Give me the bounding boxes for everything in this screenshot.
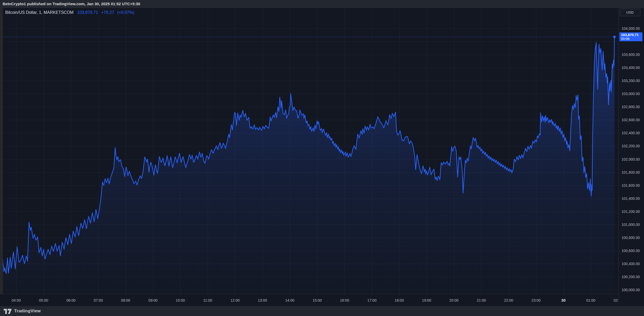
- time-axis-tick: [126, 294, 126, 296]
- price-axis-label: 103,400.00: [622, 66, 640, 70]
- chart-left-edge-band: [0, 8, 3, 306]
- price-axis-label: 102,400.00: [622, 131, 640, 135]
- time-axis-label: 05:00: [39, 298, 48, 303]
- symbol-quote: 103,870.71 +70.27 (+0.07%): [77, 10, 134, 15]
- current-price-badge: 103,870.71 00:06: [619, 32, 642, 41]
- time-axis-label: 17:00: [367, 298, 376, 303]
- time-axis-tick: [345, 294, 345, 296]
- price-axis-label: 101,800.00: [622, 170, 640, 174]
- time-axis-label: 12:00: [230, 298, 240, 303]
- attribution-bar: BeInCrypto1 published on TradingView.com…: [0, 0, 644, 8]
- time-axis-label: 15:00: [312, 298, 322, 303]
- time-axis-tick: [618, 294, 618, 296]
- time-axis-tick: [290, 294, 290, 296]
- time-axis-label: 01:00: [586, 298, 595, 303]
- price-axis[interactable]: 103,870.71 00:06 100,000.00100,200.00100…: [619, 8, 644, 306]
- time-axis-label: 07:00: [94, 298, 103, 303]
- time-axis-label: 23:00: [531, 298, 541, 303]
- time-axis-tick: [454, 294, 454, 296]
- price-axis-label: 100,800.00: [622, 236, 640, 240]
- last-price: 103,870.71: [77, 10, 98, 15]
- tradingview-logo-icon: [3, 307, 12, 315]
- current-price-value: 103,870.71: [621, 33, 641, 37]
- time-axis-label: 18:00: [395, 298, 404, 303]
- price-axis-label: 102,600.00: [622, 118, 640, 122]
- price-axis-label: 102,200.00: [622, 144, 640, 148]
- footer-strip: TradingView: [0, 306, 644, 316]
- time-axis-tick: [317, 294, 317, 296]
- time-axis-label: 20:00: [449, 298, 459, 303]
- time-axis-tick: [153, 294, 153, 296]
- time-axis-label: 16:00: [340, 298, 349, 303]
- currency-button[interactable]: USD: [620, 9, 640, 16]
- time-axis-label: 10:00: [176, 298, 185, 303]
- price-change-pct: (+0.07%): [117, 10, 134, 15]
- tradingview-logo[interactable]: TradingView: [3, 307, 41, 315]
- time-axis-label: 14:00: [285, 298, 294, 303]
- price-axis-label: 102,000.00: [622, 157, 640, 161]
- time-axis-day-marker: 30: [561, 298, 566, 303]
- time-axis-tick: [263, 294, 263, 296]
- price-axis-label: 104,000.00: [622, 26, 640, 31]
- price-axis-label: 103,600.00: [622, 52, 640, 57]
- time-axis-label: 09:00: [148, 298, 158, 303]
- time-axis-tick: [180, 294, 181, 296]
- attribution-text: BeInCrypto1 published on TradingView.com…: [3, 0, 140, 8]
- time-axis-label: 21:00: [477, 298, 486, 303]
- time-axis-tick: [564, 294, 564, 296]
- time-axis-label: 02:00: [613, 298, 619, 303]
- price-axis-label: 100,600.00: [622, 249, 640, 253]
- time-axis-tick: [71, 294, 71, 296]
- current-price-dot: [613, 36, 616, 38]
- price-chart[interactable]: [0, 0, 644, 316]
- time-axis-tick: [427, 294, 427, 296]
- time-axis-label: 13:00: [258, 298, 267, 303]
- time-axis-tick: [98, 294, 98, 296]
- price-axis-label: 102,800.00: [622, 105, 640, 109]
- tradingview-logo-text: TradingView: [14, 308, 41, 314]
- time-axis-label: 22:00: [504, 298, 513, 303]
- price-axis-label: 101,200.00: [622, 209, 640, 214]
- time-axis-tick: [481, 294, 481, 296]
- time-axis-label: 04:00: [11, 298, 21, 303]
- price-axis-label: 101,400.00: [622, 196, 640, 201]
- time-axis-tick: [208, 294, 208, 296]
- time-axis[interactable]: 04:0005:0006:0007:0008:0009:0010:0011:00…: [0, 294, 619, 306]
- time-axis-tick: [509, 294, 509, 296]
- time-axis-tick: [235, 294, 235, 296]
- time-axis-label: 19:00: [422, 298, 431, 303]
- time-axis-label: 06:00: [66, 298, 76, 303]
- price-axis-label: 101,600.00: [622, 183, 640, 188]
- time-axis-label: 08:00: [121, 298, 130, 303]
- price-change: +70.27: [101, 10, 114, 15]
- price-axis-label: 100,000.00: [622, 288, 640, 292]
- time-axis-tick: [591, 294, 591, 296]
- price-axis-label: 100,200.00: [622, 275, 640, 279]
- price-axis-label: 101,000.00: [622, 223, 640, 227]
- time-axis-tick: [399, 294, 399, 296]
- price-axis-label: 103,000.00: [622, 92, 640, 96]
- bar-countdown: 00:06: [621, 37, 641, 41]
- time-axis-tick: [44, 294, 44, 296]
- time-axis-tick: [536, 294, 536, 296]
- time-axis-tick: [372, 294, 372, 296]
- time-axis-tick: [16, 294, 16, 296]
- price-axis-label: 103,200.00: [622, 79, 640, 83]
- plot-area[interactable]: [0, 8, 619, 294]
- time-axis-label: 11:00: [203, 298, 212, 303]
- symbol-title[interactable]: Bitcoin/US Dollar, 1, MARKETSCOM: [5, 10, 73, 15]
- symbol-header: Bitcoin/US Dollar, 1, MARKETSCOM 103,870…: [5, 9, 134, 16]
- price-area-fill: [3, 37, 614, 294]
- price-axis-label: 100,400.00: [622, 262, 640, 266]
